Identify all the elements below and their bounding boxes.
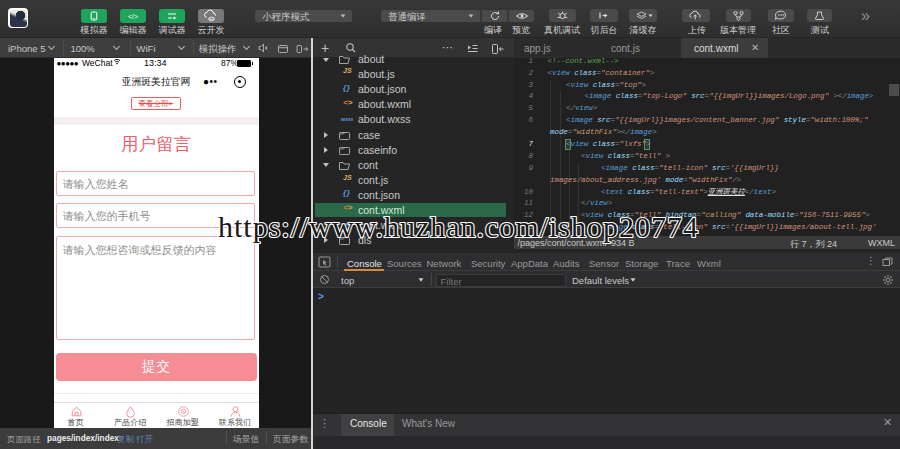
svg-text:</>: </> xyxy=(127,13,137,20)
svg-text:https://www.huzhan.com/ishop20: https://www.huzhan.com/ishop20774 xyxy=(218,210,699,243)
